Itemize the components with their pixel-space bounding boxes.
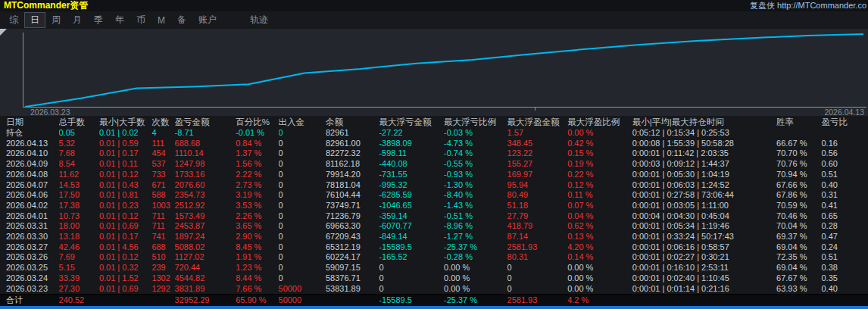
table-row[interactable]: 2026.04.107.680.01 | 0.174541110.141.37 … [0,148,868,159]
table-cell: 418.79 [507,221,568,232]
column-header[interactable]: 百分比% [236,116,278,128]
equity-chart-svg: 2026.03.23 2026.04.13 [0,29,868,116]
column-header[interactable]: 总手数 [59,116,99,128]
table-cell: 0:00:03 | 0:09:12 | 1:44:37 [632,159,776,170]
column-header[interactable]: 日期 [0,116,59,128]
table-cell: 0.01 | 0.43 [99,180,151,191]
table-cell: 42.46 [59,242,99,253]
table-cell: 0:00:01 | 0:02:27 | 0:30:21 [632,252,776,263]
table-cell: 69.04 % [776,263,821,273]
table-row[interactable]: 2026.04.098.540.01 | 0.115371247.981.56 … [0,159,868,170]
table-cell: 32952.29 [175,295,236,306]
table-cell: -27.22 [379,128,444,139]
table-row[interactable]: 2026.04.0110.730.01 | 0.127111573.492.26… [0,211,868,222]
menu-item-币[interactable]: 币 [130,12,151,28]
table-cell: 87.14 [507,232,568,242]
table-cell: 0 [507,263,568,273]
bottom-bar [0,306,868,309]
table-cell: 2026.03.30 [0,232,59,242]
menu-item-周[interactable]: 周 [45,12,67,28]
table-row[interactable]: 2026.03.2433.390.01 | 1.5213024544.828.4… [0,273,868,284]
table-cell: 17.38 [59,201,99,211]
column-header[interactable]: 最小|大手数 [99,116,151,128]
table-cell: 0 [279,252,326,263]
column-header[interactable]: 最大浮盈比例 [567,116,632,128]
table-cell: 8.44 % [236,273,278,284]
table-row[interactable]: 2026.03.267.690.01 | 0.125101127.021.91 … [0,252,868,263]
corner-marker-icon [0,29,7,36]
table-row[interactable]: 2026.04.135.320.01 | 0.59111688.680.84 %… [0,139,868,149]
table-cell: 2026.03.31 [0,221,59,232]
total-row[interactable]: 合计240.5232952.2965.90 %50000-15589.5-25.… [0,295,868,306]
table-cell: 0.01 | 0.69 [99,284,151,295]
menu-item-备[interactable]: 备 [171,12,192,28]
menu-item-月[interactable]: 月 [67,12,88,28]
menu-item-年[interactable]: 年 [109,12,130,28]
table-cell: 0.42 % [567,139,632,149]
menu-item-季[interactable]: 季 [88,12,109,28]
table-cell: 0.01 | 0.12 [99,170,151,180]
table-cell: 0.00 % [444,263,507,273]
menu-item-账户[interactable]: 账户 [192,12,223,28]
table-cell: -849.14 [379,232,444,242]
table-cell: 0.65 [821,211,868,222]
table-cell: 0 [507,273,568,284]
table-cell: -440.08 [379,159,444,170]
position-row[interactable]: 持仓0.050.01 | 0.024-8.71-0.01 %082961-27.… [0,128,868,139]
table-cell: 2026.03.26 [0,252,59,263]
column-header[interactable]: 最大浮亏比例 [444,116,507,128]
table-cell: 741 [151,232,174,242]
column-header[interactable]: 余额 [326,116,379,128]
column-header[interactable]: 盈亏金额 [175,116,236,128]
table-cell: 70.76 % [776,159,821,170]
table-cell: 95.94 [507,180,568,191]
column-header[interactable]: 盈亏比 [821,116,868,128]
column-header[interactable]: 次数 [151,116,174,128]
table-cell: 2026.03.24 [0,273,59,284]
table-cell: -4.73 % [444,139,507,149]
table-row[interactable]: 2026.03.3013.180.01 | 0.177411897.242.90… [0,232,868,242]
table-cell: 2026.04.09 [0,159,59,170]
table-cell: -25.37 % [444,242,507,253]
table-cell: -8.96 % [444,221,507,232]
table-row[interactable]: 2026.04.0811.620.01 | 0.127331733.162.22… [0,170,868,180]
column-header[interactable]: 最大浮亏金额 [379,116,444,128]
equity-curve [25,34,863,107]
menu-item-M[interactable]: M [151,14,171,27]
table-row[interactable]: 2026.03.2327.300.01 | 0.6912923831.897.6… [0,284,868,295]
table-row[interactable]: 2026.03.2742.460.01 | 4.566885088.028.45… [0,242,868,253]
menu-item-日[interactable]: 日 [24,12,45,28]
equity-chart[interactable]: 2026.03.23 2026.04.13 [0,29,868,116]
table-cell: 1.37 % [236,148,278,159]
table-cell: 239 [151,263,174,273]
table-row[interactable]: 2026.04.0217.380.01 | 0.2310032512.923.5… [0,201,868,211]
column-header[interactable]: 出入金 [279,116,326,128]
table-row[interactable]: 2026.03.255.150.01 | 0.32239720.441.23 %… [0,263,868,273]
table-cell: 81162.18 [326,159,379,170]
table-cell: 72.35 % [776,252,821,263]
menu-item-综[interactable]: 综 [3,12,24,28]
table-cell: 0:00:04 | 0:04:30 | 0:45:04 [632,211,776,222]
table-cell: 0 [379,263,444,273]
table-cell: 1.57 [507,128,568,139]
x-axis-label-end: 2026.04.13 [824,108,864,116]
table-cell: -0.74 % [444,148,507,159]
table-cell: 2581.93 [507,242,568,253]
table-cell: -598.11 [379,148,444,159]
table-row[interactable]: 2026.04.0617.500.01 | 0.815882354.733.19… [0,190,868,201]
column-header[interactable]: 最小|平均|最大持仓时间 [632,116,776,128]
table-cell: 0.38 [821,263,868,273]
table-cell: 0.40 [821,180,868,191]
table-cell: 65.90 % [236,295,278,306]
table-cell: 0.01 | 0.17 [99,232,151,242]
column-header[interactable]: 胜率 [776,116,821,128]
table-cell: 59097.15 [326,263,379,273]
table-row[interactable]: 2026.04.0714.530.01 | 0.436712076.602.73… [0,180,868,191]
table-row[interactable]: 2026.03.3118.000.01 | 0.697112453.873.65… [0,221,868,232]
menu-items: 综日周月季年币M备账户轨迹 [3,12,274,28]
menu-item-轨迹[interactable]: 轨迹 [244,12,274,28]
table-cell: 0 [279,273,326,284]
table-cell: 33.39 [59,273,99,284]
table-cell: 711 [151,211,174,222]
column-header[interactable]: 最大浮盈金额 [507,116,568,128]
